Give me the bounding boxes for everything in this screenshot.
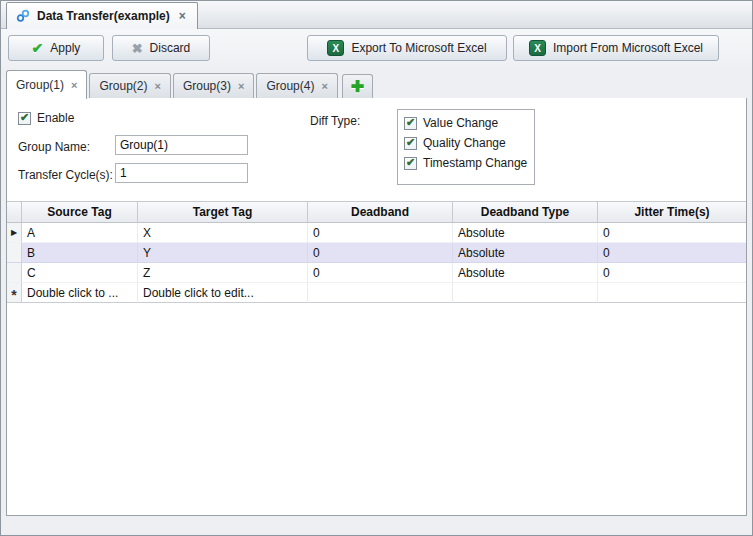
- close-icon[interactable]: ×: [71, 79, 77, 91]
- column-header-source-tag[interactable]: Source Tag: [22, 201, 138, 223]
- import-excel-button[interactable]: X Import From Microsoft Excel: [513, 35, 719, 61]
- document-tab-bar: Data Transfer(example) ×: [1, 1, 752, 29]
- tab-group-1-label: Group(1): [16, 78, 64, 92]
- excel-icon: X: [529, 40, 546, 56]
- plus-icon: ✚: [351, 79, 364, 95]
- table-row[interactable]: C Z 0 Absolute 0: [7, 263, 746, 283]
- excel-icon: X: [327, 40, 344, 56]
- group-name-input[interactable]: [115, 135, 248, 155]
- column-header-deadband[interactable]: Deadband: [308, 201, 453, 223]
- checkmark-icon: ✔: [406, 137, 415, 148]
- checkbox-box[interactable]: ✔: [404, 117, 417, 130]
- checkbox-box[interactable]: ✔: [404, 157, 417, 170]
- checkmark-icon: ✔: [406, 157, 415, 168]
- cell-jitter-time[interactable]: [598, 283, 746, 303]
- cell-deadband[interactable]: 0: [308, 223, 453, 243]
- cell-source-tag[interactable]: C: [22, 263, 138, 283]
- cell-deadband-type[interactable]: Absolute: [453, 263, 598, 283]
- tab-group-1[interactable]: Group(1) ×: [6, 70, 87, 99]
- app-window: Data Transfer(example) × ✔ Apply ✖ Disca…: [0, 0, 753, 536]
- checkmark-icon: ✔: [406, 117, 415, 128]
- tab-group-2-label: Group(2): [99, 79, 147, 93]
- row-indicator: [7, 243, 22, 263]
- diff-option-quality-change[interactable]: ✔ Quality Change: [404, 134, 528, 152]
- tab-group-3[interactable]: Group(3) ×: [173, 73, 254, 98]
- group-tab-strip: Group(1) × Group(2) × Group(3) × Group(4…: [1, 67, 752, 98]
- close-icon[interactable]: ×: [155, 80, 161, 92]
- row-indicator: *: [7, 283, 22, 303]
- add-group-tab-button[interactable]: ✚: [342, 74, 373, 98]
- grid-indicator-header: [7, 201, 22, 223]
- row-indicator: ▶: [7, 223, 22, 243]
- import-excel-label: Import From Microsoft Excel: [553, 41, 703, 55]
- cell-deadband-type[interactable]: [453, 283, 598, 303]
- close-icon[interactable]: ×: [321, 80, 327, 92]
- cell-target-tag[interactable]: Z: [138, 263, 308, 283]
- tab-group-4-label: Group(4): [266, 79, 314, 93]
- data-transfer-icon: [16, 9, 30, 23]
- table-row-new[interactable]: * Double click to ... Double click to ed…: [7, 283, 746, 303]
- cell-source-tag[interactable]: Double click to ...: [22, 283, 138, 303]
- transfer-grid: Source Tag Target Tag Deadband Deadband …: [7, 201, 746, 303]
- cell-source-tag[interactable]: A: [22, 223, 138, 243]
- checkmark-icon: ✔: [20, 112, 29, 123]
- cell-target-tag[interactable]: Double click to edit...: [138, 283, 308, 303]
- discard-button[interactable]: ✖ Discard: [112, 35, 210, 61]
- cell-jitter-time[interactable]: 0: [598, 223, 746, 243]
- diff-option-timestamp-change[interactable]: ✔ Timestamp Change: [404, 154, 528, 172]
- diff-option-label: Quality Change: [423, 136, 506, 150]
- cell-target-tag[interactable]: Y: [138, 243, 308, 263]
- x-icon: ✖: [132, 42, 143, 55]
- toolbar: ✔ Apply ✖ Discard X Export To Microsoft …: [1, 29, 752, 67]
- discard-button-label: Discard: [150, 41, 191, 55]
- enable-label: Enable: [37, 111, 74, 125]
- diff-type-label: Diff Type:: [310, 114, 360, 128]
- table-row[interactable]: ▶ A X 0 Absolute 0: [7, 223, 746, 243]
- transfer-cycle-label: Transfer Cycle(s):: [18, 168, 113, 182]
- cell-deadband[interactable]: 0: [308, 263, 453, 283]
- apply-button[interactable]: ✔ Apply: [8, 35, 104, 61]
- diff-option-label: Timestamp Change: [423, 156, 527, 170]
- cell-target-tag[interactable]: X: [138, 223, 308, 243]
- cell-deadband-type[interactable]: Absolute: [453, 243, 598, 263]
- cell-jitter-time[interactable]: 0: [598, 263, 746, 283]
- tab-group-4[interactable]: Group(4) ×: [256, 73, 337, 98]
- cell-jitter-time[interactable]: 0: [598, 243, 746, 263]
- cell-deadband[interactable]: 0: [308, 243, 453, 263]
- cell-source-tag[interactable]: B: [22, 243, 138, 263]
- document-tab-title: Data Transfer(example): [37, 9, 170, 23]
- export-excel-label: Export To Microsoft Excel: [351, 41, 486, 55]
- close-icon[interactable]: ×: [177, 9, 188, 23]
- check-icon: ✔: [32, 41, 44, 55]
- current-row-icon: ▶: [11, 228, 17, 237]
- export-excel-button[interactable]: X Export To Microsoft Excel: [307, 35, 507, 61]
- table-row[interactable]: B Y 0 Absolute 0: [7, 243, 746, 263]
- tab-group-3-label: Group(3): [183, 79, 231, 93]
- checkbox-box[interactable]: ✔: [404, 137, 417, 150]
- row-indicator: [7, 263, 22, 283]
- cell-deadband[interactable]: [308, 283, 453, 303]
- checkbox-box[interactable]: ✔: [18, 112, 31, 125]
- diff-type-listbox: ✔ Value Change ✔ Quality Change ✔ Timest…: [397, 109, 535, 185]
- apply-button-label: Apply: [50, 41, 80, 55]
- grid-header-row: Source Tag Target Tag Deadband Deadband …: [7, 201, 746, 223]
- new-row-icon: *: [11, 287, 16, 303]
- enable-checkbox[interactable]: ✔ Enable: [18, 111, 74, 125]
- group-tab-page: ✔ Enable Group Name: Transfer Cycle(s): …: [6, 97, 747, 516]
- group-name-label: Group Name:: [18, 140, 90, 154]
- diff-option-value-change[interactable]: ✔ Value Change: [404, 114, 528, 132]
- document-tab-data-transfer[interactable]: Data Transfer(example) ×: [6, 2, 198, 29]
- diff-option-label: Value Change: [423, 116, 498, 130]
- cell-deadband-type[interactable]: Absolute: [453, 223, 598, 243]
- tab-group-2[interactable]: Group(2) ×: [89, 73, 170, 98]
- close-icon[interactable]: ×: [238, 80, 244, 92]
- column-header-target-tag[interactable]: Target Tag: [138, 201, 308, 223]
- transfer-cycle-input[interactable]: [115, 163, 248, 183]
- column-header-jitter-time[interactable]: Jitter Time(s): [598, 201, 746, 223]
- column-header-deadband-type[interactable]: Deadband Type: [453, 201, 598, 223]
